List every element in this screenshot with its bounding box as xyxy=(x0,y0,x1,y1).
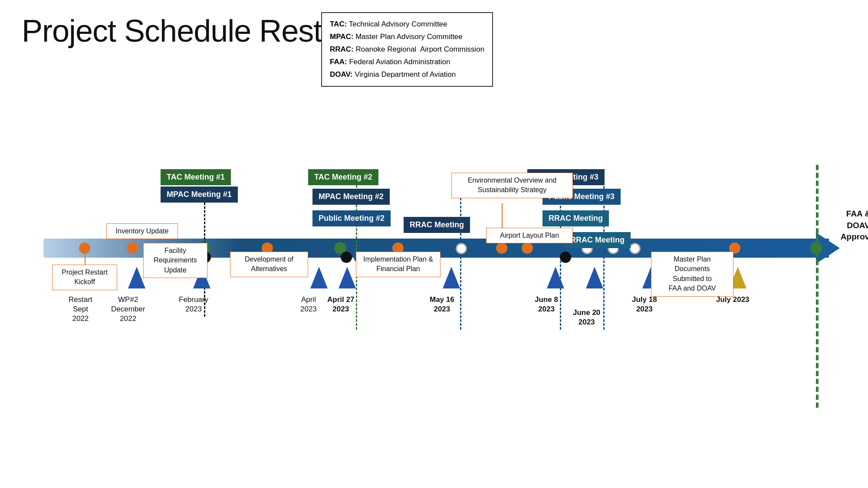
date-may16: May 162023 xyxy=(430,295,454,314)
milestone-facility: FacilityRequirementsUpdate xyxy=(143,243,207,278)
arrow-jun20 xyxy=(586,267,603,288)
date-jul2023: July 2023 xyxy=(716,295,750,305)
dot-env xyxy=(496,242,507,254)
date-apr27: April 272023 xyxy=(327,295,354,314)
dot-black-2 xyxy=(341,252,352,263)
dot-alp xyxy=(522,242,533,254)
rrac-meeting-top2: RRAC Meeting xyxy=(564,232,631,248)
milestone-project-restart: Project RestartKickoff xyxy=(52,265,117,290)
arrow-jun8 xyxy=(547,267,564,288)
milestone-alp: Airport Layout Plan xyxy=(486,228,573,243)
arrow-wp2 xyxy=(128,267,145,288)
mpac-meeting-1: MPAC Meeting #1 xyxy=(161,187,238,203)
page-title: Project Schedule Restart xyxy=(22,13,357,49)
date-jul18: July 182023 xyxy=(632,295,657,314)
mpac-meeting-2: MPAC Meeting #2 xyxy=(312,189,390,205)
milestone-env: Environmental Overview andSustainability… xyxy=(451,173,573,198)
date-wp2: WP#2December2022 xyxy=(111,295,145,324)
rrac-meeting-top1: RRAC Meeting xyxy=(542,210,609,226)
milestone-inventory: Inventory Update xyxy=(106,223,178,239)
dot-restart xyxy=(79,242,90,254)
dashed-line-may16 xyxy=(460,182,461,330)
arrow-apr27 xyxy=(339,267,356,288)
legend-faa: FAA: Federal Aviation Administration xyxy=(330,56,484,69)
date-feb: February2023 xyxy=(179,295,208,314)
tac-meeting-2: TAC Meeting #2 xyxy=(308,169,378,185)
dot-white-4 xyxy=(629,243,641,254)
date-jun20: June 202023 xyxy=(573,308,600,327)
legend-mpac: MPAC: Master Plan Advisory Committee xyxy=(330,31,484,43)
milestone-impl-plan: Implementation Plan &Financial Plan xyxy=(356,252,441,277)
tac-meeting-1: TAC Meeting #1 xyxy=(161,169,231,185)
arrow-april xyxy=(310,267,328,288)
dot-black-3 xyxy=(560,252,571,263)
date-jun8: June 82023 xyxy=(535,295,558,314)
arrow-may16 xyxy=(443,267,460,288)
rrac-meeting-mid: RRAC Meeting xyxy=(404,217,470,233)
faa-doav-label: FAA &DOAVApproval xyxy=(828,208,868,243)
legend-box: TAC: Technical Advisory Committee MPAC: … xyxy=(321,12,493,87)
dot-green-right xyxy=(810,242,822,254)
dashed-line-green-right xyxy=(816,165,819,408)
milestone-master-plan: Master PlanDocumentsSubmitted toFAA and … xyxy=(651,252,733,297)
public-meeting-2: Public Meeting #2 xyxy=(312,210,391,226)
date-april: April2023 xyxy=(300,295,317,314)
dot-inventory xyxy=(127,242,138,254)
legend-rrac: RRAC: Roanoke Regional Airport Commissio… xyxy=(330,43,484,56)
timeline-area: TAC Meeting #1 MPAC Meeting #1 TAC Meeti… xyxy=(26,95,859,399)
dot-white-1 xyxy=(456,243,467,254)
milestone-dev-alt: Development ofAlternatives xyxy=(230,252,308,277)
date-restart: RestartSept2022 xyxy=(69,295,92,324)
legend-doav: DOAV: Virginia Department of Aviation xyxy=(330,69,484,81)
legend-tac: TAC: Technical Advisory Committee xyxy=(330,18,484,31)
